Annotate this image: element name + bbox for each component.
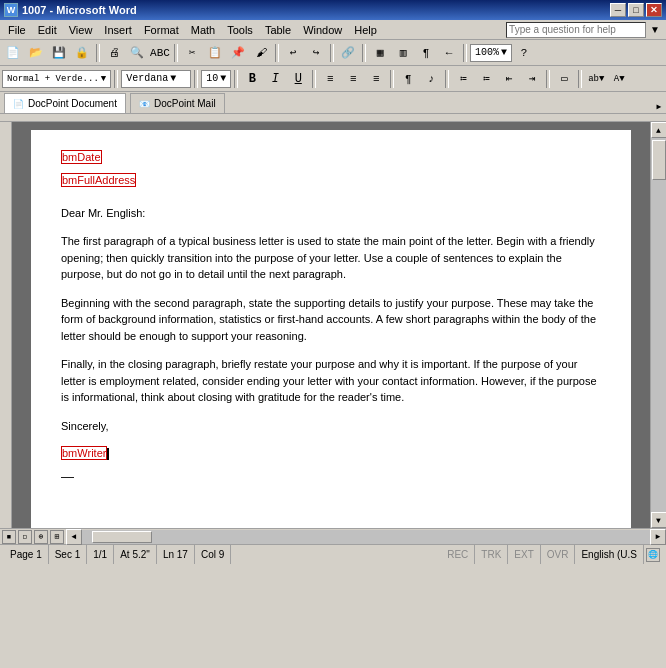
tab-docpoint-mail[interactable]: 📧 DocPoint Mail xyxy=(130,93,225,113)
horizontal-scrollbar-container: ◾ ◽ ⊕ ⊞ ◄ ► xyxy=(0,528,666,544)
menu-table[interactable]: Table xyxy=(259,20,297,39)
restore-button[interactable]: □ xyxy=(628,3,644,17)
h-scroll-icon-4[interactable]: ⊞ xyxy=(50,530,64,544)
menu-edit[interactable]: Edit xyxy=(32,20,63,39)
paste-button[interactable]: 📌 xyxy=(227,43,249,63)
highlight-button[interactable]: ab▼ xyxy=(585,69,607,89)
tab-scroll-right[interactable]: ▶ xyxy=(652,99,666,113)
scroll-thumb[interactable] xyxy=(652,140,666,180)
status-ext: EXT xyxy=(508,545,540,564)
format-painter-button[interactable]: 🖌 xyxy=(250,43,272,63)
scroll-track[interactable] xyxy=(651,138,666,512)
toolbar-sep-3 xyxy=(275,44,279,62)
zoom-value: 100% xyxy=(475,47,499,58)
writer-dash-line: — xyxy=(61,468,601,486)
cut-button[interactable]: ✂ xyxy=(181,43,203,63)
menu-tools[interactable]: Tools xyxy=(221,20,259,39)
bullets-button[interactable]: ≔ xyxy=(452,69,474,89)
columns-button[interactable]: ▥ xyxy=(392,43,414,63)
app-icon: W xyxy=(4,3,18,17)
scroll-up-button[interactable]: ▲ xyxy=(651,122,667,138)
text-cursor xyxy=(107,448,109,460)
undo-button[interactable]: ↩ xyxy=(282,43,304,63)
paragraph-button[interactable]: ¶ xyxy=(397,69,419,89)
hyperlink-button[interactable]: 🔗 xyxy=(337,43,359,63)
menu-insert[interactable]: Insert xyxy=(98,20,138,39)
help-question-button[interactable]: ? xyxy=(513,43,535,63)
italic-button[interactable]: I xyxy=(264,69,286,89)
align-left-button[interactable]: ≡ xyxy=(319,69,341,89)
toolbar-formatting: Normal + Verde... ▼ Verdana ▼ 10 ▼ B I U… xyxy=(0,66,666,92)
menu-math[interactable]: Math xyxy=(185,20,221,39)
h-scroll-track[interactable] xyxy=(82,530,650,544)
format-sep-1 xyxy=(114,70,118,88)
redo-button[interactable]: ↪ xyxy=(305,43,327,63)
border-button[interactable]: ▭ xyxy=(553,69,575,89)
h-scroll-icon-2[interactable]: ◽ xyxy=(18,530,32,544)
help-search-input[interactable] xyxy=(506,22,646,38)
decrease-indent-button[interactable]: ⇤ xyxy=(498,69,520,89)
zoom-arrow: ▼ xyxy=(501,47,507,58)
font-color-button[interactable]: A▼ xyxy=(608,69,630,89)
spelling-button[interactable]: ABC xyxy=(149,43,171,63)
print-preview-button[interactable]: 🔍 xyxy=(126,43,148,63)
style-selector[interactable]: Normal + Verde... ▼ xyxy=(2,70,111,88)
zoom-selector[interactable]: 100% ▼ xyxy=(470,44,512,62)
tab-docpoint-mail-label: DocPoint Mail xyxy=(154,98,216,109)
menu-file[interactable]: File xyxy=(2,20,32,39)
show-hide-button[interactable]: ¶ xyxy=(415,43,437,63)
bookmark-address: bmFullAddress xyxy=(61,173,136,187)
scroll-left-button[interactable]: ◄ xyxy=(66,529,82,545)
menu-view[interactable]: View xyxy=(63,20,99,39)
underline-button[interactable]: U xyxy=(287,69,309,89)
bookmark-date: bmDate xyxy=(61,150,102,164)
font-arrow: ▼ xyxy=(170,73,176,84)
copy-button[interactable]: 📋 xyxy=(204,43,226,63)
menu-window[interactable]: Window xyxy=(297,20,348,39)
salutation-text: Dear Mr. English: xyxy=(61,207,145,219)
h-scroll-thumb[interactable] xyxy=(92,531,152,543)
menu-help[interactable]: Help xyxy=(348,20,383,39)
format-sep-7 xyxy=(546,70,550,88)
scroll-down-button[interactable]: ▼ xyxy=(651,512,667,528)
minimize-button[interactable]: ─ xyxy=(610,3,626,17)
format-sep-5 xyxy=(390,70,394,88)
status-icon[interactable]: 🌐 xyxy=(646,548,660,562)
document-page: bmDate bmFullAddress Dear Mr. English: xyxy=(31,130,631,528)
close-button[interactable]: ✕ xyxy=(646,3,662,17)
bold-button[interactable]: B xyxy=(241,69,263,89)
closing-line: Sincerely, xyxy=(61,418,601,435)
paragraph-3: Finally, in the closing paragraph, brief… xyxy=(61,356,601,406)
numbering-button[interactable]: ≔ xyxy=(475,69,497,89)
font-size-selector[interactable]: 10 ▼ xyxy=(201,70,231,88)
h-scroll-icon-1[interactable]: ◾ xyxy=(2,530,16,544)
status-end: 🌐 xyxy=(644,548,662,562)
permission-button[interactable]: 🔒 xyxy=(71,43,93,63)
bookmark-address-line: bmFullAddress xyxy=(61,173,601,188)
table-button[interactable]: ▦ xyxy=(369,43,391,63)
tab-bar: 📄 DocPoint Document 📧 DocPoint Mail ▶ xyxy=(0,92,666,114)
font-selector[interactable]: Verdana ▼ xyxy=(121,70,191,88)
left-ruler xyxy=(0,122,12,528)
align-right-button[interactable]: ≡ xyxy=(365,69,387,89)
print-button[interactable]: 🖨 xyxy=(103,43,125,63)
align-center-button[interactable]: ≡ xyxy=(342,69,364,89)
open-button[interactable]: 📂 xyxy=(25,43,47,63)
menu-format[interactable]: Format xyxy=(138,20,185,39)
scroll-right-button[interactable]: ► xyxy=(650,529,666,545)
new-button[interactable]: 📄 xyxy=(2,43,24,63)
toolbar-sep-5 xyxy=(362,44,366,62)
doc-icon-2: 📧 xyxy=(139,99,150,109)
tab-docpoint-document-label: DocPoint Document xyxy=(28,98,117,109)
writer-dash: — xyxy=(61,469,74,484)
doc-container: bmDate bmFullAddress Dear Mr. English: xyxy=(0,114,666,544)
reveal-button[interactable]: ← xyxy=(438,43,460,63)
tab-docpoint-document[interactable]: 📄 DocPoint Document xyxy=(4,93,126,113)
save-button[interactable]: 💾 xyxy=(48,43,70,63)
audio-button[interactable]: ♪ xyxy=(420,69,442,89)
h-scroll-icon-3[interactable]: ⊕ xyxy=(34,530,48,544)
page-area[interactable]: bmDate bmFullAddress Dear Mr. English: xyxy=(12,122,650,528)
increase-indent-button[interactable]: ⇥ xyxy=(521,69,543,89)
status-ovr: OVR xyxy=(541,545,576,564)
title-bar-buttons: ─ □ ✕ xyxy=(610,3,662,17)
